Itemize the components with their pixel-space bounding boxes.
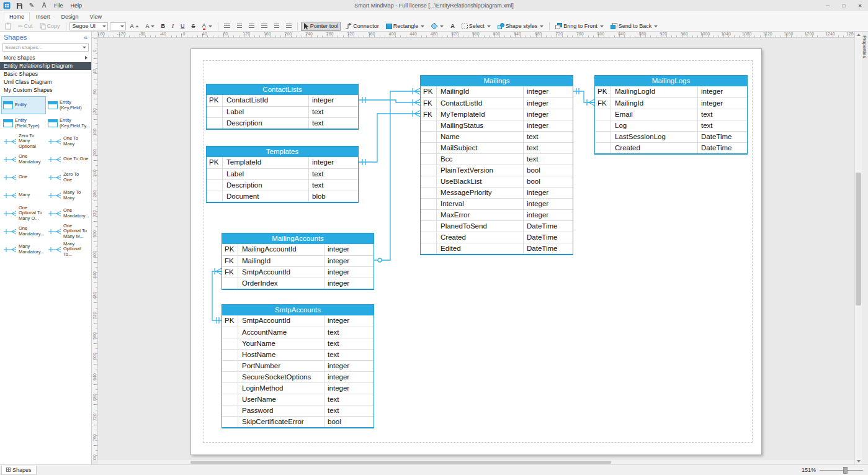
er-table-mailingaccounts[interactable]: MailingAccountsPKMailingAccountIdinteger… xyxy=(221,233,374,290)
align-middle-button[interactable] xyxy=(272,22,282,30)
select-button[interactable]: Select xyxy=(459,22,493,30)
er-field-type: integer xyxy=(324,256,374,266)
font-color-button[interactable]: A xyxy=(200,21,215,31)
relation-shape-icon xyxy=(48,174,61,181)
shape-item[interactable]: One Mandatory... xyxy=(1,222,46,240)
align-center-button[interactable] xyxy=(235,22,244,30)
zoom-slider-thumb[interactable] xyxy=(843,467,848,474)
shape-item[interactable]: One To Many xyxy=(46,132,91,150)
send-to-back-button[interactable]: Send to Back xyxy=(608,22,661,30)
shape-item[interactable]: Entity (Field,Type) xyxy=(1,114,46,132)
shrink-font-button[interactable]: A xyxy=(143,22,157,30)
pen-icon[interactable]: ✎ xyxy=(27,1,36,10)
maximize-button[interactable]: □ xyxy=(836,0,852,11)
minimize-button[interactable]: ─ xyxy=(820,0,836,11)
er-row: Bcctext xyxy=(421,153,573,165)
chevron-down-icon xyxy=(487,25,491,27)
align-left-button[interactable] xyxy=(221,22,233,30)
zoom-slider[interactable] xyxy=(820,467,863,474)
er-field-type: integer xyxy=(697,86,747,97)
underline-button[interactable]: U xyxy=(178,22,187,30)
er-table-contactlists[interactable]: ContactListsPKContactListIdintegerLabelt… xyxy=(206,84,359,130)
er-table-smtpaccounts[interactable]: SmtpAccountsPKSmtpAccountIdintegerAccoun… xyxy=(221,304,374,428)
relation-shape-icon xyxy=(3,228,17,235)
shape-styles-button[interactable]: Shape styles xyxy=(495,22,547,30)
copy-icon xyxy=(40,23,46,30)
tab-design[interactable]: Design xyxy=(56,12,84,21)
rectangle-button[interactable]: Rectangle xyxy=(383,22,427,30)
align-bottom-button[interactable] xyxy=(284,22,294,30)
tab-home[interactable]: Home xyxy=(4,12,30,21)
er-field-type: text xyxy=(697,120,747,131)
shape-item[interactable]: One Optional To Many M... xyxy=(46,222,91,240)
menu-file[interactable]: File xyxy=(52,2,65,9)
shrink-font-label: A xyxy=(146,23,150,29)
search-input[interactable] xyxy=(5,45,81,50)
shape-category[interactable]: My Custom Shapes xyxy=(0,86,91,94)
relation-shape-icon xyxy=(3,192,17,199)
font-size-select[interactable] xyxy=(110,22,126,30)
close-button[interactable]: ✕ xyxy=(852,0,868,11)
align-right-button[interactable] xyxy=(246,22,257,30)
more-shapes-button[interactable]: More Shapes xyxy=(0,53,91,62)
er-table-mailinglogs[interactable]: MailingLogsPKMailingLogIdintegerFKMailin… xyxy=(594,75,748,155)
scroll-up-arrow-icon[interactable] xyxy=(857,34,861,36)
ruler-label: 640 xyxy=(514,32,521,36)
text-tool-button[interactable]: A xyxy=(448,22,457,30)
shape-fill-button[interactable] xyxy=(429,22,446,30)
shape-item[interactable]: Entity (Key,Field) xyxy=(46,96,91,114)
shape-item[interactable]: Many Optional To... xyxy=(46,240,91,258)
copy-button[interactable]: Copy xyxy=(37,22,63,31)
tab-insert[interactable]: Insert xyxy=(31,12,55,21)
shape-item[interactable]: Zero To One xyxy=(46,168,91,186)
shape-item[interactable]: One To One xyxy=(46,150,91,168)
er-field-type: text xyxy=(308,107,358,117)
entity-shape-icon xyxy=(48,119,58,127)
shape-item[interactable]: One Mandatory xyxy=(1,150,46,168)
er-row: Logtext xyxy=(595,120,747,131)
page[interactable]: ContactListsPKContactListIdintegerLabelt… xyxy=(190,48,762,455)
er-table-mailings[interactable]: MailingsPKMailingIdintegerFKContactListI… xyxy=(420,75,573,255)
strikethrough-button[interactable]: S xyxy=(189,22,198,30)
shape-item[interactable]: Zero To Many Optional xyxy=(1,132,46,150)
shape-item[interactable]: Many Mandatory... xyxy=(1,240,46,258)
er-field-name: MailingStatus xyxy=(437,120,523,131)
save-icon[interactable] xyxy=(15,1,24,10)
text-style-icon[interactable]: A xyxy=(40,1,48,10)
paste-button[interactable] xyxy=(2,21,14,31)
canvas-viewport[interactable]: ContactListsPKContactListIdintegerLabelt… xyxy=(98,38,854,460)
align-top-button[interactable] xyxy=(259,22,270,30)
bring-to-front-button[interactable]: Bring to Front xyxy=(553,22,606,30)
cut-button[interactable]: ✂ Cut xyxy=(16,22,35,30)
horizontal-scrollbar[interactable] xyxy=(98,460,854,464)
er-table-templates[interactable]: TemplatesPKTemplateIdintegerLabeltextDes… xyxy=(206,146,359,203)
properties-tab[interactable]: Properties xyxy=(862,33,868,60)
connector-button[interactable]: Connector xyxy=(342,22,382,31)
align-middle-icon xyxy=(274,24,279,29)
shape-item[interactable]: Many To Many xyxy=(46,186,91,204)
scroll-down-arrow-icon[interactable] xyxy=(857,460,861,463)
horizontal-scrollbar-thumb[interactable] xyxy=(190,461,611,464)
shape-category[interactable]: Basic Shapes xyxy=(0,70,91,78)
shape-category[interactable]: Entity Relationship Diagram xyxy=(0,62,91,70)
menu-help[interactable]: Help xyxy=(69,2,84,9)
vertical-scrollbar-thumb[interactable] xyxy=(856,173,861,305)
shape-item[interactable]: One Optional To Many O... xyxy=(1,204,46,222)
collapse-panel-button[interactable]: « xyxy=(84,34,87,41)
tab-view[interactable]: View xyxy=(85,12,107,21)
shape-item-label: Entity (Key,Field) xyxy=(60,100,89,111)
shape-item[interactable]: Many xyxy=(1,186,46,204)
grow-font-button[interactable]: A xyxy=(128,22,141,30)
shapes-statusbar-tab[interactable]: Shapes xyxy=(1,466,37,475)
font-family-select[interactable]: Segoe UI xyxy=(69,22,108,30)
shape-item[interactable]: Entity xyxy=(1,96,46,114)
shape-category[interactable]: Uml Class Diagram xyxy=(0,78,91,86)
pointer-tool-button[interactable]: Pointer tool xyxy=(301,22,341,31)
shape-item[interactable]: One xyxy=(1,168,46,186)
vertical-scrollbar[interactable] xyxy=(854,32,862,464)
shape-item[interactable]: Entity (Key,Field,Ty... xyxy=(46,114,91,132)
italic-button[interactable]: I xyxy=(169,22,176,30)
bold-button[interactable]: B xyxy=(159,22,168,30)
shape-item[interactable]: One Mandatory... xyxy=(46,204,91,222)
er-row: PKMailingLogIdinteger xyxy=(595,86,747,97)
